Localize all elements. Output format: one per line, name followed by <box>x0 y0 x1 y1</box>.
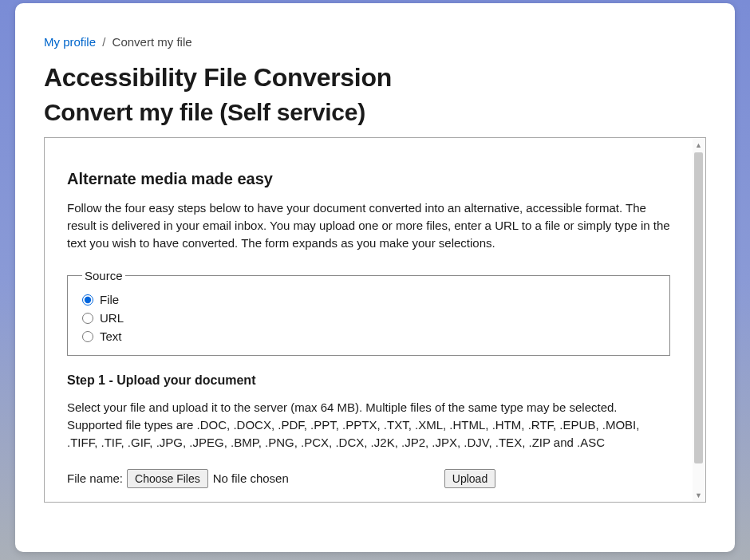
scroll-down-icon[interactable]: ▼ <box>693 489 705 501</box>
source-fieldset: Source File URL Text <box>67 269 670 356</box>
page-title: Accessibility File Conversion <box>44 63 706 93</box>
page-subtitle: Convert my file (Self service) <box>44 99 706 126</box>
scrollbar-thumb[interactable] <box>694 152 703 463</box>
source-option-text[interactable]: Text <box>82 327 655 345</box>
breadcrumb: My profile / Convert my file <box>44 35 706 49</box>
file-name-label: File name: <box>67 471 123 485</box>
step1-title: Step 1 - Upload your document <box>67 373 670 388</box>
radio-file-label: File <box>100 293 119 306</box>
upload-row: File name: Choose Files No file chosen U… <box>67 469 670 488</box>
file-status-text: No file chosen <box>213 471 289 485</box>
radio-url-label: URL <box>100 311 124 325</box>
choose-files-button[interactable]: Choose Files <box>127 469 208 488</box>
radio-text[interactable] <box>82 331 93 342</box>
frame-content: Alternate media made easy Follow the fou… <box>45 138 693 502</box>
radio-text-label: Text <box>100 329 122 343</box>
panel-heading: Alternate media made easy <box>67 170 670 188</box>
breadcrumb-current: Convert my file <box>112 35 192 49</box>
scroll-up-icon[interactable]: ▲ <box>693 139 705 151</box>
upload-button[interactable]: Upload <box>444 469 495 488</box>
main-card: My profile / Convert my file Accessibili… <box>15 3 735 552</box>
scrollbar[interactable]: ▲ ▼ <box>693 139 705 501</box>
radio-file[interactable] <box>82 294 93 306</box>
breadcrumb-root-link[interactable]: My profile <box>44 35 96 49</box>
radio-url[interactable] <box>82 313 93 324</box>
source-option-file[interactable]: File <box>82 290 655 309</box>
step1-description: Select your file and upload it to the se… <box>67 399 670 451</box>
breadcrumb-separator: / <box>102 35 105 49</box>
source-option-url[interactable]: URL <box>82 309 655 327</box>
source-legend: Source <box>82 269 125 282</box>
content-frame: Alternate media made easy Follow the fou… <box>44 137 706 503</box>
panel-intro: Follow the four easy steps below to have… <box>67 199 670 251</box>
